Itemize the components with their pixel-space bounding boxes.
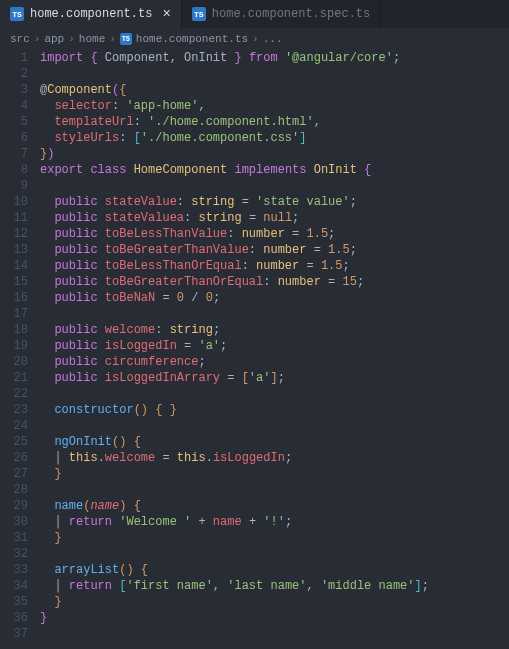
code-line[interactable]: templateUrl: './home.component.html', — [40, 114, 509, 130]
code-line[interactable]: public welcome: string; — [40, 322, 509, 338]
editor-tabs: TS home.component.ts × TS home.component… — [0, 0, 509, 28]
line-number: 17 — [0, 306, 28, 322]
code-line[interactable]: public toBeLessThanOrEqual: number = 1.5… — [40, 258, 509, 274]
line-number-gutter: 1234567891011121314151617181920212223242… — [0, 50, 40, 649]
chevron-right-icon: › — [252, 33, 259, 45]
line-number: 20 — [0, 354, 28, 370]
chevron-right-icon: › — [34, 33, 41, 45]
code-line[interactable] — [40, 66, 509, 82]
line-number: 3 — [0, 82, 28, 98]
line-number: 33 — [0, 562, 28, 578]
code-line[interactable]: constructor() { } — [40, 402, 509, 418]
line-number: 35 — [0, 594, 28, 610]
line-number: 9 — [0, 178, 28, 194]
close-icon[interactable]: × — [162, 7, 170, 21]
line-number: 24 — [0, 418, 28, 434]
line-number: 11 — [0, 210, 28, 226]
tab-home-component-spec[interactable]: TS home.component.spec.ts — [182, 0, 381, 28]
line-number: 10 — [0, 194, 28, 210]
line-number: 6 — [0, 130, 28, 146]
code-line[interactable] — [40, 178, 509, 194]
breadcrumb[interactable]: src › app › home › TS home.component.ts … — [0, 28, 509, 50]
code-line[interactable]: } — [40, 530, 509, 546]
code-line[interactable] — [40, 386, 509, 402]
code-line[interactable]: import { Component, OnInit } from '@angu… — [40, 50, 509, 66]
typescript-icon: TS — [192, 7, 206, 21]
line-number: 7 — [0, 146, 28, 162]
code-line[interactable]: export class HomeComponent implements On… — [40, 162, 509, 178]
line-number: 21 — [0, 370, 28, 386]
code-line[interactable] — [40, 418, 509, 434]
typescript-icon: TS — [10, 7, 24, 21]
line-number: 36 — [0, 610, 28, 626]
code-line[interactable]: │ return 'Welcome ' + name + '!'; — [40, 514, 509, 530]
line-number: 8 — [0, 162, 28, 178]
code-line[interactable]: name(name) { — [40, 498, 509, 514]
code-line[interactable]: public isLoggedIn = 'a'; — [40, 338, 509, 354]
breadcrumb-item[interactable]: home — [79, 33, 105, 45]
code-line[interactable]: public stateValuea: string = null; — [40, 210, 509, 226]
code-line[interactable] — [40, 306, 509, 322]
chevron-right-icon: › — [68, 33, 75, 45]
code-line[interactable]: │ return ['first name', 'last name', 'mi… — [40, 578, 509, 594]
code-line[interactable]: } — [40, 594, 509, 610]
line-number: 22 — [0, 386, 28, 402]
code-line[interactable]: }) — [40, 146, 509, 162]
code-line[interactable]: public circumference; — [40, 354, 509, 370]
line-number: 26 — [0, 450, 28, 466]
code-line[interactable]: arrayList() { — [40, 562, 509, 578]
code-line[interactable]: │ this.welcome = this.isLoggedIn; — [40, 450, 509, 466]
line-number: 5 — [0, 114, 28, 130]
code-line[interactable]: public toBeLessThanValue: number = 1.5; — [40, 226, 509, 242]
breadcrumb-item[interactable]: src — [10, 33, 30, 45]
line-number: 37 — [0, 626, 28, 642]
tab-label: home.component.ts — [30, 7, 152, 21]
line-number: 31 — [0, 530, 28, 546]
code-line[interactable]: public toBeNaN = 0 / 0; — [40, 290, 509, 306]
line-number: 16 — [0, 290, 28, 306]
line-number: 19 — [0, 338, 28, 354]
line-number: 29 — [0, 498, 28, 514]
line-number: 30 — [0, 514, 28, 530]
code-line[interactable] — [40, 546, 509, 562]
code-content[interactable]: import { Component, OnInit } from '@angu… — [40, 50, 509, 649]
code-line[interactable] — [40, 626, 509, 642]
code-line[interactable]: public isLoggedInArrary = ['a']; — [40, 370, 509, 386]
line-number: 27 — [0, 466, 28, 482]
code-line[interactable]: public toBeGreaterThanOrEqual: number = … — [40, 274, 509, 290]
typescript-icon: TS — [120, 33, 132, 45]
breadcrumb-item[interactable]: app — [44, 33, 64, 45]
chevron-right-icon: › — [109, 33, 116, 45]
code-line[interactable]: ngOnInit() { — [40, 434, 509, 450]
line-number: 2 — [0, 66, 28, 82]
code-line[interactable]: selector: 'app-home', — [40, 98, 509, 114]
code-line[interactable]: @Component({ — [40, 82, 509, 98]
code-line[interactable] — [40, 482, 509, 498]
line-number: 28 — [0, 482, 28, 498]
breadcrumb-item[interactable]: home.component.ts — [136, 33, 248, 45]
code-editor[interactable]: 1234567891011121314151617181920212223242… — [0, 50, 509, 649]
tab-label: home.component.spec.ts — [212, 7, 370, 21]
tab-home-component[interactable]: TS home.component.ts × — [0, 0, 182, 28]
code-line[interactable]: } — [40, 466, 509, 482]
line-number: 18 — [0, 322, 28, 338]
code-line[interactable]: public toBeGreaterThanValue: number = 1.… — [40, 242, 509, 258]
line-number: 34 — [0, 578, 28, 594]
line-number: 25 — [0, 434, 28, 450]
code-line[interactable]: } — [40, 610, 509, 626]
code-line[interactable]: public stateValue: string = 'state value… — [40, 194, 509, 210]
line-number: 4 — [0, 98, 28, 114]
code-line[interactable]: styleUrls: ['./home.component.css'] — [40, 130, 509, 146]
line-number: 14 — [0, 258, 28, 274]
line-number: 13 — [0, 242, 28, 258]
breadcrumb-item[interactable]: ... — [263, 33, 283, 45]
line-number: 32 — [0, 546, 28, 562]
line-number: 1 — [0, 50, 28, 66]
line-number: 12 — [0, 226, 28, 242]
line-number: 15 — [0, 274, 28, 290]
line-number: 23 — [0, 402, 28, 418]
